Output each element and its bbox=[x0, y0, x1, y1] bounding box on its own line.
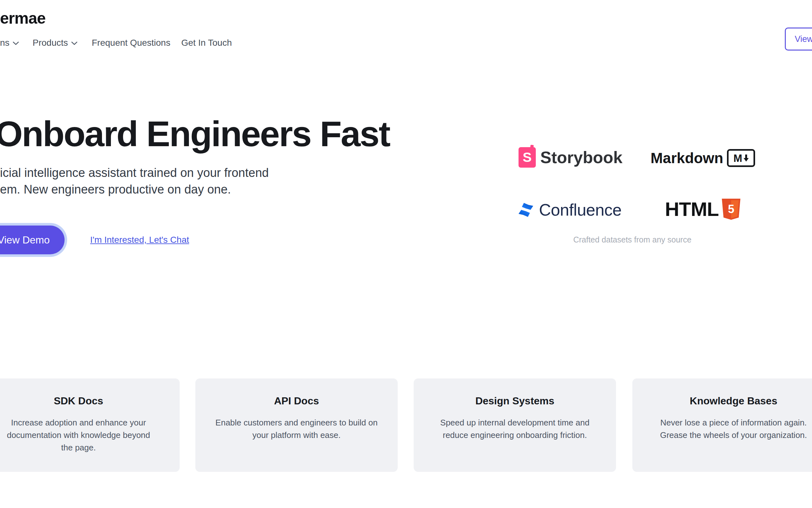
hero-subtitle: icial intelligence assistant trained on … bbox=[0, 164, 269, 198]
arrow-down-icon bbox=[743, 154, 749, 163]
integrations-caption: Crafted datasets from any source bbox=[518, 235, 747, 244]
feature-card-description: Enable customers and engineers to build … bbox=[195, 417, 398, 441]
feature-card-line: Increase adoption and enhance your bbox=[0, 417, 180, 429]
feature-card-line: documentation with knowledge beyond bbox=[0, 429, 180, 441]
page-title: Onboard Engineers Fast bbox=[0, 113, 390, 155]
feature-card-title: SDK Docs bbox=[0, 395, 180, 407]
nav-item-label: Frequent Questions bbox=[92, 38, 171, 48]
chevron-down-icon bbox=[13, 42, 19, 45]
lets-chat-link[interactable]: I'm Interested, Let's Chat bbox=[90, 235, 189, 245]
confluence-wordmark: Confluence bbox=[539, 200, 621, 219]
feature-card-knowledge-bases: Knowledge Bases Never lose a piece of in… bbox=[632, 378, 812, 472]
storybook-wordmark: Storybook bbox=[540, 148, 622, 167]
feature-card-design-systems: Design Systems Speed up internal develop… bbox=[414, 378, 616, 472]
landing-page: ermae ns Products Frequent Questions Get… bbox=[0, 0, 812, 508]
feature-card-line: Never lose a piece of information again. bbox=[632, 417, 812, 429]
feature-card-title: Design Systems bbox=[414, 395, 616, 407]
html5-shield-digit: 5 bbox=[728, 203, 734, 216]
feature-card-title: API Docs bbox=[195, 395, 398, 407]
nav-item-label: Products bbox=[33, 38, 68, 48]
confluence-icon bbox=[518, 203, 534, 217]
view-demo-outline-button[interactable]: View Demo bbox=[785, 28, 812, 50]
nav-item-label: ns bbox=[0, 38, 10, 48]
feature-card-line: the page. bbox=[0, 441, 180, 454]
nav-item-products[interactable]: Products bbox=[33, 38, 77, 48]
brand-logo[interactable]: ermae bbox=[0, 9, 45, 28]
nav-item-label: Get In Touch bbox=[181, 38, 232, 48]
nav-item-get-in-touch[interactable]: Get In Touch bbox=[181, 38, 232, 48]
feature-card-title: Knowledge Bases bbox=[632, 395, 812, 407]
storybook-icon: S bbox=[519, 147, 536, 168]
html5-wordmark: HTML bbox=[665, 198, 719, 220]
confluence-logo: Confluence bbox=[518, 200, 621, 219]
feature-card-line: reduce engineering onboarding friction. bbox=[414, 429, 616, 441]
feature-card-description: Speed up internal development time and r… bbox=[414, 417, 616, 441]
storybook-icon-letter: S bbox=[523, 150, 532, 165]
feature-card-line: Grease the wheels of your organization. bbox=[632, 429, 812, 441]
html5-logo: HTML 5 bbox=[665, 198, 741, 220]
hero-subtitle-line: em. New engineers productive on day one. bbox=[0, 181, 269, 198]
feature-card-line: Enable customers and engineers to build … bbox=[195, 417, 398, 429]
storybook-bookmark-nub bbox=[530, 145, 533, 149]
hero-subtitle-line: icial intelligence assistant trained on … bbox=[0, 164, 269, 181]
feature-card-description: Never lose a piece of information again.… bbox=[632, 417, 812, 441]
markdown-icon-letter: M bbox=[733, 153, 742, 164]
feature-card-line: your platform with ease. bbox=[195, 429, 398, 441]
markdown-icon: M bbox=[727, 149, 755, 167]
feature-card-sdk-docs: SDK Docs Increase adoption and enhance y… bbox=[0, 378, 180, 472]
feature-card-line: Speed up internal development time and bbox=[414, 417, 616, 429]
nav-item-solutions[interactable]: ns bbox=[0, 38, 19, 48]
chevron-down-icon bbox=[71, 42, 77, 45]
markdown-logo: Markdown M bbox=[651, 149, 755, 167]
markdown-wordmark: Markdown bbox=[651, 150, 723, 167]
nav-item-frequent-questions[interactable]: Frequent Questions bbox=[92, 38, 171, 48]
feature-card-api-docs: API Docs Enable customers and engineers … bbox=[195, 378, 398, 472]
view-demo-button[interactable]: View Demo bbox=[0, 225, 64, 254]
storybook-logo: S Storybook bbox=[519, 147, 622, 168]
feature-card-description: Increase adoption and enhance your docum… bbox=[0, 417, 180, 454]
html5-shield-icon: 5 bbox=[722, 199, 741, 220]
